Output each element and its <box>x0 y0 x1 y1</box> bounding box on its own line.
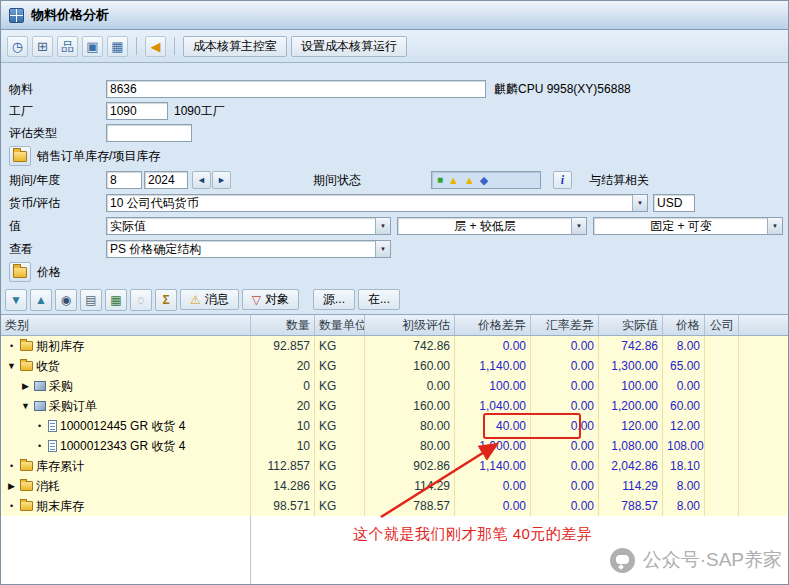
actual-value-cell: 1,200.00 <box>599 396 663 416</box>
filler-cell <box>739 456 788 476</box>
price-diff-cell: 0.00 <box>455 336 531 356</box>
toolbar-separator <box>174 37 175 55</box>
table-grid-icon[interactable]: ▦ <box>107 36 128 57</box>
company-cell <box>705 376 739 396</box>
actual-value-cell: 1,300.00 <box>599 356 663 376</box>
level-select[interactable]: 层 + 较低层 ▼ <box>397 217 587 235</box>
tree-expander-expanded[interactable]: ▼ <box>20 397 31 415</box>
folder-icon <box>13 151 27 162</box>
material-input[interactable] <box>106 80 486 98</box>
costing-run-button[interactable]: 设置成本核算运行 <box>291 36 407 57</box>
currency-code-field: USD <box>653 194 695 212</box>
sales-order-stock-button[interactable] <box>9 146 31 166</box>
unit-cell: KG <box>315 356 365 376</box>
annotation-arrow <box>363 431 513 526</box>
value-label: 值 <box>9 217 21 235</box>
clock-icon[interactable]: ◷ <box>7 36 28 57</box>
fixed-variable-select[interactable]: 固定 + 可变 ▼ <box>593 217 783 235</box>
currency-valuation-label: 货币/评估 <box>9 194 60 212</box>
actual-value-cell: 788.57 <box>599 496 663 516</box>
chevron-down-icon[interactable]: ▼ <box>632 195 647 211</box>
price-cell: 108.00 <box>663 436 705 456</box>
cost-cockpit-button[interactable]: 成本核算主控室 <box>183 36 287 57</box>
folder-icon <box>20 341 33 351</box>
tree-bullet[interactable]: • <box>34 437 45 455</box>
actual-value-cell: 2,042.86 <box>599 456 663 476</box>
title-bar: 物料价格分析 <box>1 1 788 30</box>
next-period-button[interactable]: ► <box>212 171 231 189</box>
tree-expander-expanded[interactable]: ▼ <box>6 357 17 375</box>
plant-input[interactable] <box>106 102 168 120</box>
previous-period-button[interactable]: ◄ <box>192 171 211 189</box>
sum-icon[interactable]: Σ <box>155 289 177 311</box>
actual-value-cell: 120.00 <box>599 416 663 436</box>
company-cell <box>705 436 739 456</box>
chevron-down-icon[interactable]: ▼ <box>375 241 390 257</box>
column-header-unit[interactable]: 数量单位 <box>315 315 365 335</box>
quantity-cell: 14.286 <box>251 476 315 496</box>
view-value: PS 价格确定结构 <box>110 242 201 256</box>
fixed-variable-value: 固定 + 可变 <box>650 219 712 233</box>
actual-value-cell: 1,080.00 <box>599 436 663 456</box>
period-input[interactable] <box>106 171 142 189</box>
source-button[interactable]: 源... <box>313 289 355 310</box>
folder-icon <box>20 361 33 371</box>
period-status-indicator: ■ ▲ ▲ ◆ <box>431 171 541 189</box>
annotation-text: 这个就是我们刚才那笔 40元的差异 <box>353 525 592 544</box>
column-header-actual-value[interactable]: 实际值 <box>599 315 663 335</box>
column-header-company[interactable]: 公司 <box>705 315 739 335</box>
tree-bullet[interactable]: • <box>6 457 17 475</box>
prices-section-button[interactable] <box>9 262 31 282</box>
column-header-price[interactable]: 价格 <box>663 315 705 335</box>
binoculars-icon[interactable]: ◉ <box>55 289 77 311</box>
hierarchy-icon[interactable]: 品 <box>57 36 78 57</box>
tree-bullet[interactable]: • <box>6 337 17 355</box>
tree-expander-collapsed[interactable]: ▶ <box>6 477 17 495</box>
column-header-exch-diff[interactable]: 汇率差异 <box>531 315 599 335</box>
price-cell: 8.00 <box>663 476 705 496</box>
tree-bullet[interactable]: • <box>6 497 17 515</box>
table-row-goods-receipts[interactable]: ▼ 收货 20 KG 160.00 1,140.00 0.00 1,300.00… <box>1 356 788 376</box>
chevron-down-icon[interactable]: ▼ <box>571 218 586 234</box>
table-row-purchasing[interactable]: ▶ 采购 0 KG 0.00 100.00 0.00 100.00 0.00 <box>1 376 788 396</box>
column-header-category[interactable]: 类别 <box>1 315 251 335</box>
search-icon[interactable]: ◌ <box>130 289 152 311</box>
messages-button[interactable]: ⚠ 消息 <box>180 289 239 310</box>
actual-value-cell: 100.00 <box>599 376 663 396</box>
quantity-cell: 20 <box>251 396 315 416</box>
quantity-cell: 112.857 <box>251 456 315 476</box>
column-header-filler <box>739 315 788 335</box>
status-yellow-triangle-icon: ▲ <box>448 175 459 186</box>
info-icon[interactable]: i <box>553 171 572 189</box>
quantity-cell: 10 <box>251 416 315 436</box>
tree-expander-collapsed[interactable]: ▶ <box>20 377 31 395</box>
filler-cell <box>739 356 788 376</box>
sort-ascending-icon[interactable]: ▲ <box>30 289 52 311</box>
column-header-price-diff[interactable]: 价格差异 <box>455 315 531 335</box>
chevron-down-icon[interactable]: ▼ <box>767 218 782 234</box>
currency-valuation-select[interactable]: 10 公司代码货币 ▼ <box>106 194 648 212</box>
unit-cell: KG <box>315 416 365 436</box>
window-icon[interactable]: ⊞ <box>32 36 53 57</box>
column-header-quantity[interactable]: 数量 <box>251 315 315 335</box>
row-label: 库存累计 <box>36 457 84 475</box>
price-cell: 8.00 <box>663 496 705 516</box>
insert-column-icon[interactable]: ▦ <box>105 289 127 311</box>
sort-descending-icon[interactable]: ▼ <box>5 289 27 311</box>
value-type-select[interactable]: 实际值 ▼ <box>106 217 391 235</box>
monitor-icon[interactable]: ▣ <box>82 36 103 57</box>
view-select[interactable]: PS 价格确定结构 ▼ <box>106 240 391 258</box>
objects-button[interactable]: ▽ 对象 <box>242 289 299 310</box>
valuation-type-input[interactable] <box>106 124 192 142</box>
year-input[interactable] <box>144 171 188 189</box>
announce-icon[interactable]: ◀ <box>145 36 166 57</box>
table-row-opening-stock[interactable]: • 期初库存 92.857 KG 742.86 0.00 0.00 742.86… <box>1 336 788 356</box>
print-icon[interactable]: ▤ <box>80 289 102 311</box>
tree-bullet[interactable]: • <box>34 417 45 435</box>
column-header-prelim-valuation[interactable]: 初级评估 <box>365 315 455 335</box>
price-cell: 12.00 <box>663 416 705 436</box>
table-row-purchase-orders[interactable]: ▼ 采购订单 20 KG 160.00 1,040.00 0.00 1,200.… <box>1 396 788 416</box>
in-button[interactable]: 在... <box>358 289 400 310</box>
chevron-down-icon[interactable]: ▼ <box>375 218 390 234</box>
filler-cell <box>739 396 788 416</box>
